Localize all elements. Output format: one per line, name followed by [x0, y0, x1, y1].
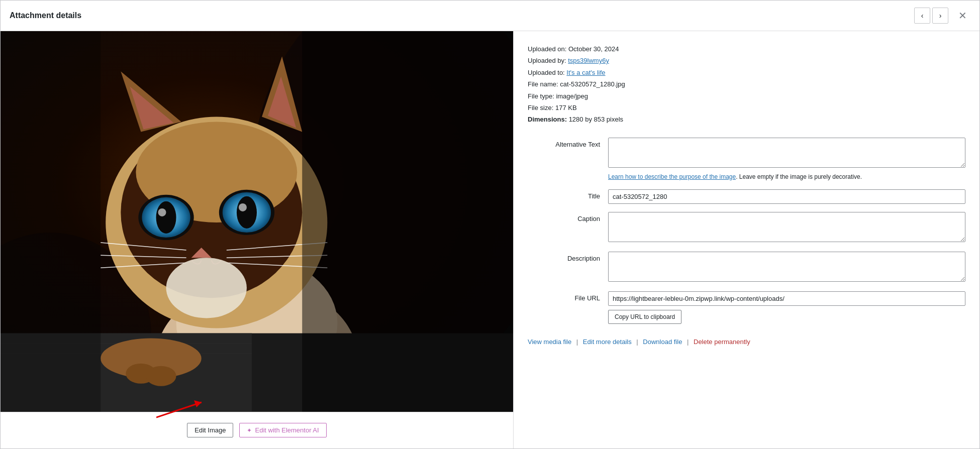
footer-links: View media file | Edit more details | Do… — [528, 338, 965, 346]
uploaded-on-row: Uploaded on: October 30, 2024 — [528, 43, 965, 55]
attachment-details-dialog: Attachment details ‹ › ✕ — [0, 0, 980, 449]
edit-details-link[interactable]: Edit more details — [583, 338, 632, 346]
next-button[interactable]: › — [932, 8, 948, 24]
file-info: Uploaded on: October 30, 2024 Uploaded b… — [528, 43, 965, 126]
dimensions-label: Dimensions: — [528, 116, 567, 123]
file-size-value: 177 KB — [555, 104, 577, 111]
caption-input[interactable] — [608, 212, 965, 242]
svg-point-33 — [146, 366, 176, 386]
file-name-label: File name: — [528, 80, 558, 88]
svg-line-36 — [156, 402, 202, 417]
prev-button[interactable]: ‹ — [914, 8, 930, 24]
alt-text-hint-suffix: . Leave empty if the image is purely dec… — [736, 173, 862, 180]
description-label: Description — [528, 252, 608, 262]
image-preview — [1, 31, 513, 412]
uploaded-by-link[interactable]: tsps39lwmy6y — [568, 57, 609, 64]
dialog-nav: ‹ › ✕ — [914, 8, 970, 24]
arrow-indicator — [156, 397, 217, 422]
dimensions-row: Dimensions: 1280 by 853 pixels — [528, 114, 965, 125]
alt-text-hint: Learn how to describe the purpose of the… — [608, 172, 965, 181]
delete-link[interactable]: Delete permanently — [694, 338, 750, 346]
title-input-wrapper — [608, 189, 965, 204]
caption-field-row: Caption — [528, 212, 965, 244]
file-url-field-row: File URL Copy URL to clipboard — [528, 291, 965, 324]
alt-text-hint-link[interactable]: Learn how to describe the purpose of the… — [608, 173, 736, 180]
file-url-input-wrapper: Copy URL to clipboard — [608, 291, 965, 324]
file-url-label: File URL — [528, 291, 608, 302]
dialog-title: Attachment details — [10, 11, 81, 20]
elementor-label: Edit with Elementor AI — [255, 426, 319, 434]
download-link[interactable]: Download file — [643, 338, 682, 346]
sep-2: | — [636, 338, 638, 346]
description-field-row: Description — [528, 252, 965, 283]
uploaded-to-row: Uploaded to: It's a cat's life — [528, 67, 965, 78]
cat-image-svg — [1, 31, 513, 412]
alt-text-label: Alternative Text — [528, 138, 608, 148]
sep-3: | — [687, 338, 689, 346]
file-url-row — [608, 291, 965, 306]
image-footer: Edit Image ✦ Edit with Elementor AI — [1, 412, 513, 448]
elementor-icon: ✦ — [247, 427, 252, 434]
title-label: Title — [528, 189, 608, 200]
caption-input-wrapper — [608, 212, 965, 244]
file-size-row: File size: 177 KB — [528, 102, 965, 114]
svg-rect-35 — [1, 31, 101, 412]
file-type-row: File type: image/jpeg — [528, 90, 965, 102]
uploaded-by-row: Uploaded by: tsps39lwmy6y — [528, 55, 965, 66]
svg-point-14 — [156, 201, 176, 234]
description-input[interactable] — [608, 252, 965, 282]
close-button[interactable]: ✕ — [954, 8, 970, 24]
caption-label: Caption — [528, 212, 608, 222]
title-field-row: Title — [528, 189, 965, 204]
alt-text-field-row: Alternative Text Learn how to describe t… — [528, 138, 965, 181]
file-type-value: image/jpeg — [556, 92, 588, 100]
uploaded-to-label: Uploaded to: — [528, 69, 565, 76]
svg-point-26 — [166, 258, 247, 318]
svg-point-19 — [239, 203, 247, 211]
description-input-wrapper — [608, 252, 965, 283]
svg-point-18 — [237, 196, 257, 229]
uploaded-to-link[interactable]: It's a cat's life — [566, 69, 605, 76]
file-name-value: cat-5320572_1280.jpg — [560, 80, 625, 88]
sep-1: | — [576, 338, 578, 346]
dialog-body: Edit Image ✦ Edit with Elementor AI Uplo… — [1, 31, 979, 448]
uploaded-by-label: Uploaded by: — [528, 57, 566, 64]
dimensions-value: 1280 by 853 pixels — [569, 116, 623, 123]
edit-image-button[interactable]: Edit Image — [187, 423, 233, 437]
file-type-label: File type: — [528, 92, 554, 100]
file-size-label: File size: — [528, 104, 553, 111]
title-input[interactable] — [608, 189, 965, 204]
view-media-link[interactable]: View media file — [528, 338, 571, 346]
details-section: Uploaded on: October 30, 2024 Uploaded b… — [513, 31, 979, 448]
file-name-row: File name: cat-5320572_1280.jpg — [528, 78, 965, 90]
file-url-input[interactable] — [608, 291, 965, 306]
alt-text-input-wrapper: Learn how to describe the purpose of the… — [608, 138, 965, 181]
edit-elementor-button[interactable]: ✦ Edit with Elementor AI — [239, 423, 326, 437]
svg-rect-34 — [302, 31, 513, 412]
uploaded-on-label: Uploaded on: — [528, 45, 566, 53]
dialog-header: Attachment details ‹ › ✕ — [1, 1, 979, 31]
copy-url-button[interactable]: Copy URL to clipboard — [608, 310, 681, 324]
svg-point-15 — [158, 208, 166, 216]
alt-text-input[interactable] — [608, 138, 965, 168]
image-section: Edit Image ✦ Edit with Elementor AI — [1, 31, 513, 448]
uploaded-on-value: October 30, 2024 — [568, 45, 619, 53]
